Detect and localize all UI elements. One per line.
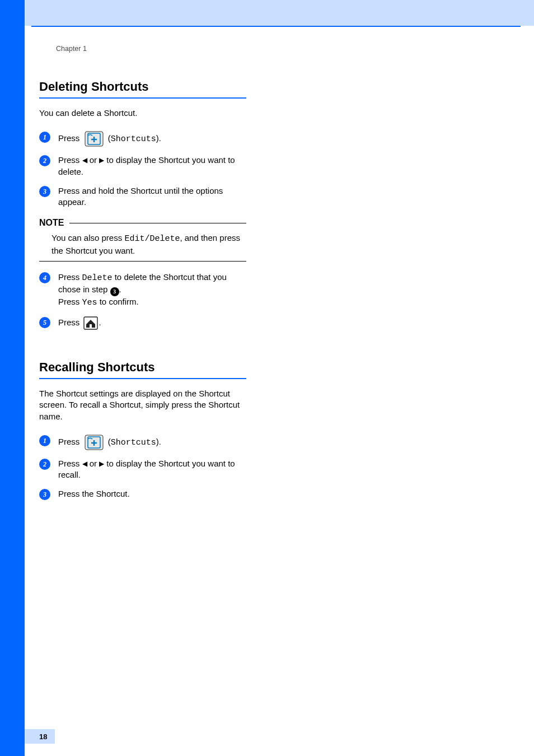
text: Press (58, 437, 82, 446)
step-body: Press Delete to delete the Shortcut that… (58, 272, 246, 309)
step-badge-1: 1 (39, 132, 50, 143)
step-badge-4: 4 (39, 272, 50, 283)
shortcuts-label: Shortcuts (111, 438, 156, 447)
text: Press (58, 133, 82, 143)
text: . (119, 284, 121, 294)
step-number: 1 (43, 437, 46, 444)
step-body: Press ◀ or ▶ to display the Shortcut you… (58, 458, 246, 481)
section-title-deleting: Deleting Shortcuts (39, 80, 246, 99)
left-accent-band (0, 0, 25, 756)
step-number: 4 (43, 274, 46, 281)
mono-text: Delete (82, 273, 113, 283)
page: Chapter 1 Deleting Shortcuts You can del… (0, 0, 534, 756)
step-number: 1 (43, 134, 46, 141)
main-column: Deleting Shortcuts You can delete a Shor… (39, 80, 246, 500)
step-3: 3 Press the Shortcut. (39, 488, 246, 500)
text: Press (58, 459, 82, 468)
step-badge-3: 3 (39, 489, 50, 500)
triangle-right-icon: ▶ (99, 460, 104, 468)
text: Press (58, 297, 82, 306)
chapter-label: Chapter 1 (56, 45, 498, 53)
step-4: 4 Press Delete to delete the Shortcut th… (39, 272, 246, 309)
note-block: NOTE You can also press Edit/Delete, and… (39, 218, 246, 262)
note-label: NOTE (39, 218, 64, 228)
step-1: 1 Press (Shortcuts). (39, 131, 246, 147)
text: Press (58, 155, 82, 165)
text: . (99, 318, 101, 327)
step-badge-5: 5 (39, 317, 50, 328)
step-ref-number: 3 (113, 288, 116, 296)
step-badge-2: 2 (39, 155, 50, 166)
triangle-left-icon: ◀ (82, 460, 87, 468)
step-number: 2 (43, 157, 46, 164)
step-body: Press and hold the Shortcut until the op… (58, 185, 246, 208)
shortcuts-plus-icon (85, 131, 104, 147)
step-2: 2 Press ◀ or ▶ to display the Shortcut y… (39, 458, 246, 481)
mono-text: Edit/Delete (124, 234, 180, 244)
section2-intro: The Shortcut settings are displayed on t… (39, 388, 246, 422)
step-badge-3: 3 (39, 186, 50, 197)
step-2: 2 Press ◀ or ▶ to display the Shortcut y… (39, 155, 246, 178)
step-body: Press the Shortcut. (58, 488, 246, 500)
top-rule (31, 26, 521, 27)
step-body: Press . (58, 316, 246, 330)
svg-rect-5 (90, 324, 92, 328)
text: ). (156, 133, 161, 143)
section-title-recalling: Recalling Shortcuts (39, 360, 246, 379)
step-5: 5 Press . (39, 316, 246, 330)
top-accent-band (25, 0, 534, 26)
text: Press (58, 318, 82, 327)
text: or (87, 155, 100, 165)
shortcuts-plus-icon (85, 435, 104, 450)
step-1: 1 Press (Shortcuts). (39, 435, 246, 450)
step-3: 3 Press and hold the Shortcut until the … (39, 185, 246, 208)
section-gap (39, 338, 246, 360)
mono-text: Yes (82, 298, 97, 307)
page-number-strip: 18 (25, 729, 55, 744)
shortcuts-label: Shortcuts (111, 134, 156, 144)
section1-intro: You can delete a Shortcut. (39, 108, 246, 119)
step-body: Press ◀ or ▶ to display the Shortcut you… (58, 155, 246, 178)
step-ref-badge: 3 (110, 287, 119, 296)
note-rule (69, 223, 246, 223)
step-number: 3 (43, 491, 46, 498)
step-number: 5 (43, 319, 46, 326)
text: or (87, 459, 100, 468)
text: You can also press (51, 233, 124, 242)
triangle-right-icon: ▶ (99, 156, 104, 164)
text: ). (156, 437, 161, 446)
triangle-left-icon: ◀ (82, 156, 87, 164)
step-number: 2 (43, 461, 46, 468)
home-icon (83, 316, 98, 330)
step-body: Press (Shortcuts). (58, 435, 246, 450)
content-area: Chapter 1 Deleting Shortcuts You can del… (39, 39, 498, 508)
note-body: You can also press Edit/Delete, and then… (51, 232, 246, 256)
step-body: Press (Shortcuts). (58, 131, 246, 147)
step-number: 3 (43, 188, 46, 195)
step-badge-2: 2 (39, 459, 50, 470)
note-bottom-rule (39, 261, 246, 262)
page-number: 18 (39, 732, 47, 741)
text: to confirm. (97, 297, 139, 306)
text: Press (58, 272, 82, 282)
step-badge-1: 1 (39, 435, 50, 446)
note-head: NOTE (39, 218, 246, 228)
